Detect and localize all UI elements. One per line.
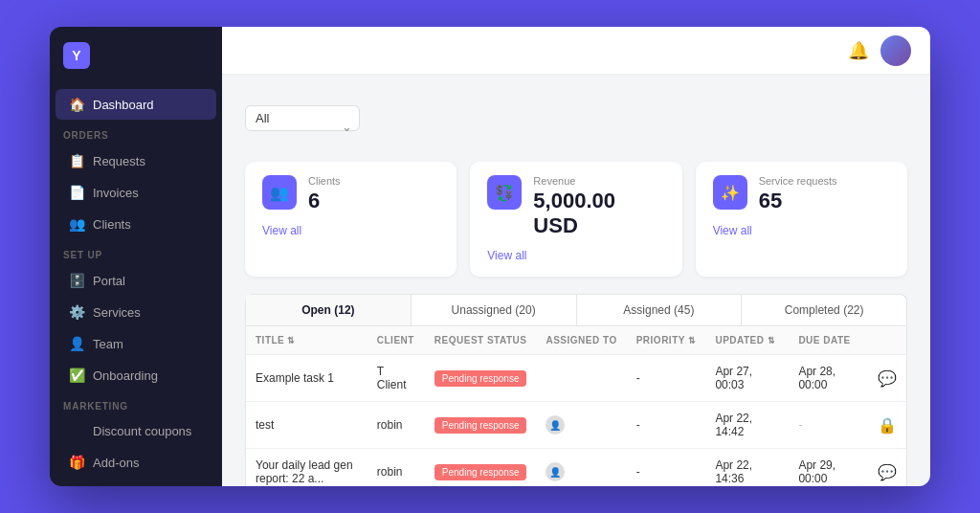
sidebar-item-onboarding[interactable]: ✅ Onboarding <box>56 360 216 390</box>
action-icon-2[interactable]: 💬 <box>878 464 897 480</box>
sidebar-item-clients[interactable]: 👥 Clients <box>56 209 216 239</box>
stat-label-0: Clients <box>308 175 341 187</box>
col-header-actions <box>868 326 906 355</box>
sidebar-item-dashboard[interactable]: 🏠 Dashboard <box>56 89 216 120</box>
topbar: 🔔 <box>222 27 930 75</box>
stat-card-top: 👥 Clients 6 <box>262 175 439 213</box>
action-icon-0[interactable]: 💬 <box>878 370 897 387</box>
cell-client-0: T Client <box>368 355 425 402</box>
col-header-priority[interactable]: PRIORITY⇅ <box>627 326 706 355</box>
cell-status-1: Pending response <box>425 402 537 449</box>
stat-label-1: Revenue <box>533 175 664 187</box>
filter-wrapper: AllThis weekThis monthThis year <box>245 105 360 146</box>
stat-icon-2: ✨ <box>713 175 747 210</box>
nav-section-label: Set up <box>50 240 222 264</box>
sidebar-item-services[interactable]: ⚙️ Services <box>56 297 216 327</box>
add-ons-icon: 🎁 <box>69 455 84 470</box>
main-scroll-content: AllThis weekThis monthThis year 👥 Client… <box>222 75 930 486</box>
cell-title-1: test <box>246 402 368 449</box>
sidebar: Y 🏠 DashboardOrders📋 Requests📄 Invoices👥… <box>50 27 222 486</box>
portal-icon: 🗄️ <box>69 273 84 288</box>
notification-bell-icon[interactable]: 🔔 <box>848 40 869 61</box>
cell-action-1: 🔒 <box>868 402 906 449</box>
nav-section-label: Marketing <box>50 391 222 415</box>
team-icon: 👤 <box>69 336 84 351</box>
stat-card-0: 👥 Clients 6 View all <box>245 162 457 277</box>
sidebar-item-label: Dashboard <box>93 98 154 112</box>
sidebar-item-portal[interactable]: 🗄️ Portal <box>56 265 216 296</box>
stat-label-2: Service requests <box>759 175 837 187</box>
sidebar-item-add-ons[interactable]: 🎁 Add-ons <box>56 447 216 478</box>
logo-icon: Y <box>63 42 90 69</box>
onboarding-icon: ✅ <box>69 368 84 383</box>
tab-completed[interactable]: Completed (22) <box>742 295 906 325</box>
sidebar-item-label: Team <box>93 337 123 351</box>
col-header-title[interactable]: TITLE⇅ <box>246 326 368 355</box>
stat-link-0[interactable]: View all <box>262 224 301 237</box>
sidebar-item-team[interactable]: 👤 Team <box>56 328 216 359</box>
sort-icon: ⇅ <box>287 336 296 346</box>
assignee-icon: 👤 <box>546 415 565 435</box>
cell-duedate-1: - <box>789 402 868 449</box>
cell-updated-1: Apr 22, 14:42 <box>705 402 789 449</box>
sidebar-nav: 🏠 DashboardOrders📋 Requests📄 Invoices👥 C… <box>50 84 222 486</box>
assignee-icon: 👤 <box>546 462 565 481</box>
cell-title-2: Your daily lead gen report: 22 a... <box>246 449 368 487</box>
tab-open[interactable]: Open (12) <box>246 295 412 325</box>
tab-unassigned[interactable]: Unassigned (20) <box>412 295 577 325</box>
cell-assigned-0 <box>536 355 626 402</box>
sidebar-item-label: Add-ons <box>93 456 139 470</box>
app-window: Y 🏠 DashboardOrders📋 Requests📄 Invoices👥… <box>50 27 930 486</box>
stat-link-2[interactable]: View all <box>713 224 752 237</box>
cell-client-2: robin <box>368 449 425 487</box>
col-header-updated[interactable]: UPDATED⇅ <box>705 326 789 355</box>
stat-icon-1: 💱 <box>487 175 522 210</box>
sidebar-item-label: Discount coupons <box>93 424 191 438</box>
table-row[interactable]: Your daily lead gen report: 22 a... robi… <box>246 449 906 487</box>
cell-updated-0: Apr 27, 00:03 <box>705 355 789 402</box>
action-icon-1[interactable]: 🔒 <box>878 417 897 434</box>
requests-table: TITLE⇅CLIENTREQUEST STATUSASSIGNED TOPRI… <box>246 326 906 486</box>
stat-cards: 👥 Clients 6 View all 💱 Revenue 5,000.00 … <box>245 162 907 277</box>
table-row[interactable]: test robin Pending response 👤 - Apr 22, … <box>246 402 906 449</box>
stat-value-2: 65 <box>759 189 837 213</box>
sort-icon: ⇅ <box>688 336 697 346</box>
col-header-due_date: DUE DATE <box>789 326 868 355</box>
invoices-icon: 📄 <box>69 185 84 200</box>
sidebar-item-label: Portal <box>93 274 125 288</box>
table-row[interactable]: Example task 1 T Client Pending response… <box>246 355 906 402</box>
sidebar-item-invoices[interactable]: 📄 Invoices <box>56 177 216 208</box>
cell-client-1: robin <box>368 402 425 449</box>
nav-section-label: Orders <box>50 121 222 145</box>
sidebar-item-label: Onboarding <box>93 368 158 383</box>
tab-assigned[interactable]: Assigned (45) <box>577 295 743 325</box>
sidebar-item-label: Invoices <box>93 186 139 200</box>
col-header-request_status: REQUEST STATUS <box>425 326 537 355</box>
cell-priority-0: - <box>627 355 706 402</box>
cell-action-2: 💬 <box>868 449 906 487</box>
sidebar-item-discount-coupons[interactable]: Discount coupons <box>56 416 216 446</box>
cell-assigned-1: 👤 <box>536 402 626 449</box>
avatar[interactable] <box>880 35 911 66</box>
stat-value-1: 5,000.00 USD <box>533 189 664 238</box>
stat-card-top: ✨ Service requests 65 <box>713 175 890 213</box>
sidebar-logo[interactable]: Y <box>50 27 222 84</box>
dashboard-icon: 🏠 <box>69 97 84 112</box>
cell-priority-2: - <box>627 449 706 487</box>
requests-icon: 📋 <box>69 153 84 168</box>
sidebar-item-label: Requests <box>93 154 145 168</box>
services-icon: ⚙️ <box>69 304 84 320</box>
table-wrap: TITLE⇅CLIENTREQUEST STATUSASSIGNED TOPRI… <box>245 325 907 486</box>
clients-icon: 👥 <box>69 216 84 232</box>
stat-card-1: 💱 Revenue 5,000.00 USD View all <box>470 162 681 277</box>
sidebar-item-requests[interactable]: 📋 Requests <box>56 145 216 176</box>
filter-select[interactable]: AllThis weekThis monthThis year <box>245 105 360 131</box>
col-header-client: CLIENT <box>368 326 425 355</box>
sidebar-item-label: Services <box>93 305 141 320</box>
cell-status-0: Pending response <box>425 355 537 402</box>
cell-assigned-2: 👤 <box>536 449 626 487</box>
stat-link-1[interactable]: View all <box>487 249 526 262</box>
cell-action-0: 💬 <box>868 355 906 402</box>
main-content: 🔔 AllThis weekThis monthThis year 👥 Clie… <box>222 27 930 486</box>
tabs-row: Open (12)Unassigned (20)Assigned (45)Com… <box>245 294 907 325</box>
